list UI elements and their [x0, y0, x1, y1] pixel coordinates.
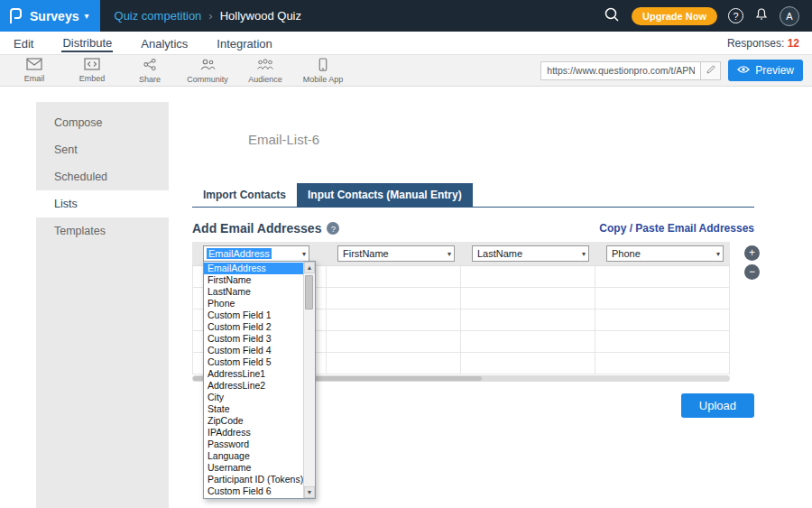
scroll-down-button[interactable]: ▼	[304, 486, 315, 498]
copy-paste-emails-link[interactable]: Copy / Paste Email Addresses	[599, 222, 754, 235]
table-cell[interactable]	[461, 266, 595, 287]
sidebar-item-lists[interactable]: Lists	[36, 190, 169, 217]
dropdown-option[interactable]: Participant ID (Tokens)	[204, 474, 303, 485]
select-arrow-icon: ▾	[448, 250, 451, 258]
toolbar-item-audience[interactable]: Audience	[236, 55, 294, 86]
add-row-button[interactable]: +	[744, 245, 760, 261]
sidebar-item-sent[interactable]: Sent	[36, 136, 169, 163]
remove-row-button[interactable]: −	[744, 264, 760, 280]
dropdown-option[interactable]: Custom Field 4	[204, 345, 303, 356]
column-select-4[interactable]: Phone ▾	[606, 245, 724, 262]
tab-input-contacts-manual[interactable]: Input Contacts (Manual Entry)	[297, 183, 473, 207]
dropdown-option[interactable]: IPAddress	[204, 427, 303, 439]
table-cell[interactable]	[327, 331, 461, 352]
upgrade-now-button[interactable]: Upgrade Now	[632, 7, 717, 25]
dropdown-option[interactable]: Custom Field 5	[204, 356, 303, 368]
table-cell[interactable]	[595, 331, 730, 352]
table-cell[interactable]	[327, 288, 461, 309]
bell-icon	[754, 7, 769, 24]
table-cell[interactable]	[595, 309, 730, 330]
dropdown-option[interactable]: Custom Field 1	[204, 309, 303, 321]
nav-tab-integration[interactable]: Integration	[216, 35, 272, 51]
toolbar-item-label: Community	[187, 75, 228, 84]
help-icon[interactable]: ?	[327, 222, 339, 235]
upload-button[interactable]: Upload	[681, 393, 754, 418]
dropdown-option[interactable]: Language	[204, 450, 303, 462]
nav-tab-edit[interactable]: Edit	[13, 35, 34, 51]
preview-button[interactable]: Preview	[728, 60, 803, 81]
dropdown-option[interactable]: EmailAddress	[204, 263, 303, 274]
email-list-title: Email-List-6	[248, 132, 754, 147]
dropdown-scroll-track[interactable]	[304, 273, 315, 486]
mobile-app-icon	[318, 58, 328, 74]
nav-tab-analytics[interactable]: Analytics	[140, 35, 189, 51]
breadcrumb-survey-group[interactable]: Quiz competition	[115, 9, 202, 23]
dropdown-option[interactable]: AddressLine2	[204, 380, 303, 392]
top-header: Surveys ▾ Quiz competition › Hollywood Q…	[0, 0, 812, 32]
dropdown-option[interactable]: LastName	[204, 286, 303, 298]
dropdown-option[interactable]: Phone	[204, 298, 303, 309]
table-cell[interactable]	[461, 288, 595, 309]
dropdown-option[interactable]: AddressLine1	[204, 368, 303, 380]
dropdown-option[interactable]: Custom Field 6	[204, 485, 303, 497]
responses-count: 12	[788, 37, 799, 50]
notifications-button[interactable]	[754, 7, 769, 24]
scroll-up-button[interactable]: ▲	[304, 262, 315, 273]
toolbar-item-label: Share	[139, 75, 161, 84]
dropdown-scroll-thumb[interactable]	[305, 275, 313, 309]
select-arrow-icon: ▾	[302, 250, 306, 258]
responses-summary[interactable]: Responses: 12	[727, 37, 799, 50]
product-switcher[interactable]: Surveys ▾	[0, 0, 100, 32]
help-button[interactable]: ?	[728, 8, 743, 23]
toolbar-item-label: Email	[24, 74, 45, 83]
toolbar-item-mobile-app[interactable]: Mobile App	[294, 55, 352, 86]
sidebar-item-templates[interactable]: Templates	[36, 217, 169, 245]
table-cell[interactable]	[461, 309, 595, 330]
column-select-3[interactable]: LastName ▾	[472, 245, 589, 262]
lists-panel: Email-List-6 Import Contacts Input Conta…	[169, 102, 778, 508]
search-button[interactable]	[603, 5, 621, 26]
table-cell[interactable]	[327, 309, 461, 330]
dropdown-option[interactable]: State	[204, 403, 303, 415]
column-header-cell: EmailAddress ▾	[192, 245, 327, 262]
dropdown-scrollbar[interactable]: ▲ ▼	[303, 262, 315, 498]
table-cell[interactable]	[595, 266, 730, 287]
tab-import-contacts[interactable]: Import Contacts	[192, 183, 297, 207]
breadcrumb: Quiz competition › Hollywood Quiz	[115, 9, 302, 23]
table-cell[interactable]	[327, 266, 461, 287]
dropdown-option[interactable]: Custom Field 2	[204, 321, 303, 333]
dropdown-option[interactable]: FirstName	[204, 274, 303, 286]
toolbar-item-email[interactable]: Email	[5, 55, 63, 86]
eye-icon	[737, 64, 750, 77]
toolbar-item-embed[interactable]: Embed	[63, 55, 121, 86]
sidebar-item-compose[interactable]: Compose	[36, 109, 169, 136]
column-header-cell: Phone ▾	[595, 245, 730, 262]
avatar[interactable]: A	[780, 6, 799, 26]
email-icon	[26, 58, 42, 73]
table-cell[interactable]	[461, 331, 595, 352]
survey-url-input[interactable]	[540, 61, 701, 80]
contacts-tabs: Import Contacts Input Contacts (Manual E…	[192, 183, 754, 208]
toolbar-item-share[interactable]: Share	[121, 55, 179, 86]
survey-nav: Edit Distribute Analytics Integration Re…	[0, 32, 812, 54]
table-cell[interactable]	[327, 353, 461, 374]
dropdown-option[interactable]: Custom Field 3	[204, 333, 303, 345]
table-cell[interactable]	[595, 288, 730, 309]
column-select-1[interactable]: EmailAddress ▾	[203, 245, 309, 262]
column-field-dropdown: EmailAddress FirstName LastName Phone Cu…	[203, 261, 316, 499]
nav-tab-distribute[interactable]: Distribute	[61, 34, 113, 52]
dropdown-option[interactable]: Password	[204, 439, 303, 450]
column-select-2[interactable]: FirstName ▾	[337, 245, 455, 262]
table-cell[interactable]	[595, 353, 730, 374]
dropdown-option[interactable]: Username	[204, 462, 303, 474]
sidebar-item-scheduled[interactable]: Scheduled	[36, 163, 169, 190]
select-arrow-icon: ▾	[716, 250, 720, 258]
preview-label: Preview	[755, 64, 794, 77]
dropdown-option-list: EmailAddress FirstName LastName Phone Cu…	[204, 262, 303, 498]
content-area: Compose Sent Scheduled Lists Templates E…	[0, 87, 812, 508]
table-cell[interactable]	[461, 353, 595, 374]
toolbar-item-community[interactable]: Community	[179, 55, 236, 86]
dropdown-option[interactable]: ZipCode	[204, 415, 303, 427]
dropdown-option[interactable]: City	[204, 392, 303, 403]
edit-url-button[interactable]	[701, 61, 721, 80]
